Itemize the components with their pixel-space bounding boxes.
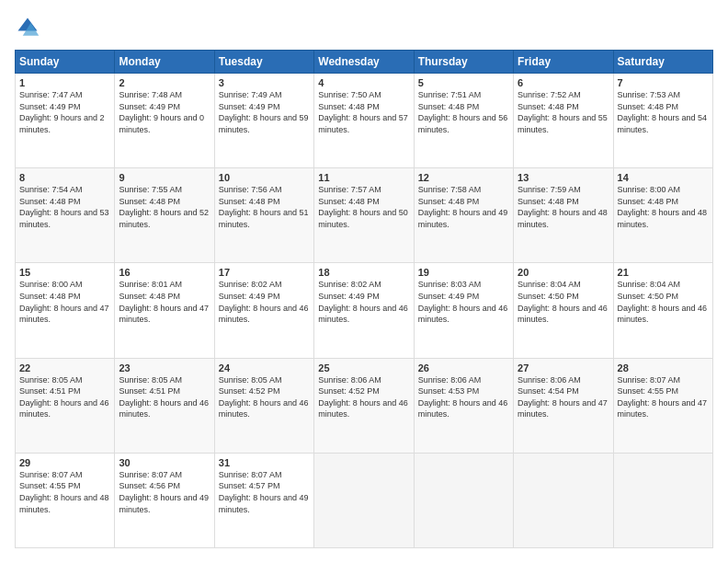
day-info: Sunrise: 8:07 AMSunset: 4:56 PMDaylight:… bbox=[119, 469, 210, 515]
day-cell-29: 29Sunrise: 8:07 AMSunset: 4:55 PMDayligh… bbox=[16, 453, 115, 547]
day-info: Sunrise: 7:55 AMSunset: 4:48 PMDaylight:… bbox=[119, 184, 210, 230]
week-row-4: 22Sunrise: 8:05 AMSunset: 4:51 PMDayligh… bbox=[16, 358, 713, 453]
day-cell-4: 4Sunrise: 7:50 AMSunset: 4:48 PMDaylight… bbox=[314, 74, 414, 168]
day-info: Sunrise: 8:05 AMSunset: 4:51 PMDaylight:… bbox=[119, 374, 210, 420]
day-number: 26 bbox=[418, 362, 509, 373]
day-info: Sunrise: 8:07 AMSunset: 4:55 PMDaylight:… bbox=[618, 374, 709, 420]
day-number: 27 bbox=[518, 362, 609, 373]
day-cell-25: 25Sunrise: 8:06 AMSunset: 4:52 PMDayligh… bbox=[314, 358, 414, 453]
day-info: Sunrise: 7:51 AMSunset: 4:48 PMDaylight:… bbox=[418, 89, 509, 135]
day-info: Sunrise: 8:07 AMSunset: 4:55 PMDaylight:… bbox=[19, 469, 110, 515]
day-info: Sunrise: 7:53 AMSunset: 4:48 PMDaylight:… bbox=[618, 89, 709, 135]
empty-cell bbox=[613, 453, 712, 547]
weekday-header-sunday: Sunday bbox=[16, 51, 115, 74]
day-number: 1 bbox=[19, 77, 110, 88]
day-info: Sunrise: 8:07 AMSunset: 4:57 PMDaylight:… bbox=[219, 469, 310, 515]
empty-cell bbox=[314, 453, 414, 547]
week-row-2: 8Sunrise: 7:54 AMSunset: 4:48 PMDaylight… bbox=[16, 168, 713, 263]
day-number: 31 bbox=[219, 457, 310, 468]
day-cell-7: 7Sunrise: 7:53 AMSunset: 4:48 PMDaylight… bbox=[613, 74, 712, 168]
weekday-header-wednesday: Wednesday bbox=[314, 51, 414, 74]
day-cell-24: 24Sunrise: 8:05 AMSunset: 4:52 PMDayligh… bbox=[214, 358, 313, 453]
week-row-5: 29Sunrise: 8:07 AMSunset: 4:55 PMDayligh… bbox=[16, 453, 713, 547]
day-number: 8 bbox=[19, 172, 110, 183]
day-cell-5: 5Sunrise: 7:51 AMSunset: 4:48 PMDaylight… bbox=[414, 74, 513, 168]
day-info: Sunrise: 8:02 AMSunset: 4:49 PMDaylight:… bbox=[318, 279, 409, 325]
day-number: 19 bbox=[418, 267, 509, 278]
weekday-header-thursday: Thursday bbox=[414, 51, 513, 74]
day-cell-15: 15Sunrise: 8:00 AMSunset: 4:48 PMDayligh… bbox=[16, 263, 115, 358]
day-cell-12: 12Sunrise: 7:58 AMSunset: 4:48 PMDayligh… bbox=[414, 168, 513, 263]
day-number: 16 bbox=[119, 267, 210, 278]
day-info: Sunrise: 8:02 AMSunset: 4:49 PMDaylight:… bbox=[219, 279, 310, 325]
week-row-3: 15Sunrise: 8:00 AMSunset: 4:48 PMDayligh… bbox=[16, 263, 713, 358]
day-cell-18: 18Sunrise: 8:02 AMSunset: 4:49 PMDayligh… bbox=[314, 263, 414, 358]
day-info: Sunrise: 8:05 AMSunset: 4:51 PMDaylight:… bbox=[19, 374, 110, 420]
day-cell-1: 1Sunrise: 7:47 AMSunset: 4:49 PMDaylight… bbox=[16, 74, 115, 168]
day-info: Sunrise: 8:06 AMSunset: 4:54 PMDaylight:… bbox=[518, 374, 609, 420]
day-info: Sunrise: 8:04 AMSunset: 4:50 PMDaylight:… bbox=[518, 279, 609, 325]
weekday-row: SundayMondayTuesdayWednesdayThursdayFrid… bbox=[16, 51, 713, 74]
day-cell-17: 17Sunrise: 8:02 AMSunset: 4:49 PMDayligh… bbox=[214, 263, 313, 358]
day-number: 28 bbox=[618, 362, 709, 373]
day-number: 17 bbox=[219, 267, 310, 278]
empty-cell bbox=[514, 453, 613, 547]
day-number: 22 bbox=[19, 362, 110, 373]
day-cell-19: 19Sunrise: 8:03 AMSunset: 4:49 PMDayligh… bbox=[414, 263, 513, 358]
day-number: 15 bbox=[19, 267, 110, 278]
day-cell-22: 22Sunrise: 8:05 AMSunset: 4:51 PMDayligh… bbox=[16, 358, 115, 453]
day-number: 29 bbox=[19, 457, 110, 468]
day-cell-30: 30Sunrise: 8:07 AMSunset: 4:56 PMDayligh… bbox=[115, 453, 214, 547]
day-number: 14 bbox=[618, 172, 709, 183]
day-cell-3: 3Sunrise: 7:49 AMSunset: 4:49 PMDaylight… bbox=[214, 74, 313, 168]
day-number: 25 bbox=[318, 362, 409, 373]
page: SundayMondayTuesdayWednesdayThursdayFrid… bbox=[0, 0, 728, 563]
header bbox=[15, 15, 713, 40]
day-number: 21 bbox=[618, 267, 709, 278]
day-info: Sunrise: 8:06 AMSunset: 4:52 PMDaylight:… bbox=[318, 374, 409, 420]
calendar-body: 1Sunrise: 7:47 AMSunset: 4:49 PMDaylight… bbox=[16, 74, 713, 548]
day-info: Sunrise: 7:58 AMSunset: 4:48 PMDaylight:… bbox=[418, 184, 509, 230]
day-number: 11 bbox=[318, 172, 409, 183]
logo bbox=[15, 15, 44, 40]
day-number: 20 bbox=[518, 267, 609, 278]
logo-icon bbox=[15, 15, 40, 40]
day-number: 10 bbox=[219, 172, 310, 183]
week-row-1: 1Sunrise: 7:47 AMSunset: 4:49 PMDaylight… bbox=[16, 74, 713, 168]
day-info: Sunrise: 7:57 AMSunset: 4:48 PMDaylight:… bbox=[318, 184, 409, 230]
calendar-header: SundayMondayTuesdayWednesdayThursdayFrid… bbox=[16, 51, 713, 74]
day-cell-16: 16Sunrise: 8:01 AMSunset: 4:48 PMDayligh… bbox=[115, 263, 214, 358]
day-number: 12 bbox=[418, 172, 509, 183]
day-cell-6: 6Sunrise: 7:52 AMSunset: 4:48 PMDaylight… bbox=[514, 74, 613, 168]
day-number: 7 bbox=[618, 77, 709, 88]
day-cell-2: 2Sunrise: 7:48 AMSunset: 4:49 PMDaylight… bbox=[115, 74, 214, 168]
day-cell-8: 8Sunrise: 7:54 AMSunset: 4:48 PMDaylight… bbox=[16, 168, 115, 263]
day-number: 18 bbox=[318, 267, 409, 278]
day-number: 5 bbox=[418, 77, 509, 88]
day-cell-9: 9Sunrise: 7:55 AMSunset: 4:48 PMDaylight… bbox=[115, 168, 214, 263]
day-number: 6 bbox=[518, 77, 609, 88]
day-cell-14: 14Sunrise: 8:00 AMSunset: 4:48 PMDayligh… bbox=[613, 168, 712, 263]
day-info: Sunrise: 8:06 AMSunset: 4:53 PMDaylight:… bbox=[418, 374, 509, 420]
weekday-header-tuesday: Tuesday bbox=[214, 51, 313, 74]
weekday-header-monday: Monday bbox=[115, 51, 214, 74]
day-cell-26: 26Sunrise: 8:06 AMSunset: 4:53 PMDayligh… bbox=[414, 358, 513, 453]
day-number: 3 bbox=[219, 77, 310, 88]
day-info: Sunrise: 7:50 AMSunset: 4:48 PMDaylight:… bbox=[318, 89, 409, 135]
day-number: 2 bbox=[119, 77, 210, 88]
day-info: Sunrise: 8:05 AMSunset: 4:52 PMDaylight:… bbox=[219, 374, 310, 420]
day-number: 9 bbox=[119, 172, 210, 183]
day-cell-21: 21Sunrise: 8:04 AMSunset: 4:50 PMDayligh… bbox=[613, 263, 712, 358]
day-info: Sunrise: 7:52 AMSunset: 4:48 PMDaylight:… bbox=[518, 89, 609, 135]
day-number: 24 bbox=[219, 362, 310, 373]
day-info: Sunrise: 8:00 AMSunset: 4:48 PMDaylight:… bbox=[618, 184, 709, 230]
weekday-header-saturday: Saturday bbox=[613, 51, 712, 74]
calendar-table: SundayMondayTuesdayWednesdayThursdayFrid… bbox=[15, 50, 713, 548]
day-info: Sunrise: 8:04 AMSunset: 4:50 PMDaylight:… bbox=[618, 279, 709, 325]
day-cell-23: 23Sunrise: 8:05 AMSunset: 4:51 PMDayligh… bbox=[115, 358, 214, 453]
day-info: Sunrise: 8:01 AMSunset: 4:48 PMDaylight:… bbox=[119, 279, 210, 325]
day-info: Sunrise: 7:49 AMSunset: 4:49 PMDaylight:… bbox=[219, 89, 310, 135]
day-cell-20: 20Sunrise: 8:04 AMSunset: 4:50 PMDayligh… bbox=[514, 263, 613, 358]
weekday-header-friday: Friday bbox=[514, 51, 613, 74]
day-number: 4 bbox=[318, 77, 409, 88]
